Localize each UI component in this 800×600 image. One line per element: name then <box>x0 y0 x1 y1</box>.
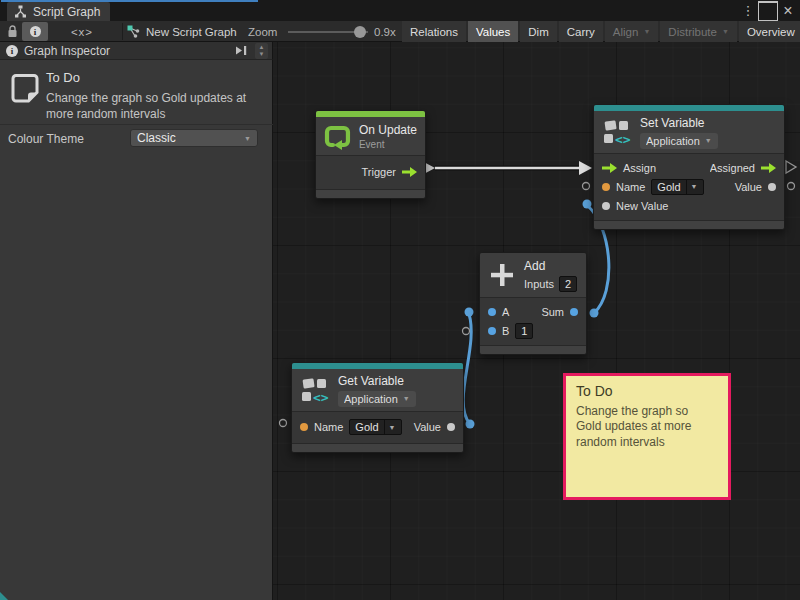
node-footer <box>594 220 784 229</box>
divider <box>0 124 273 125</box>
add-b-socket <box>463 328 470 335</box>
setvariable-assigned-socket <box>786 161 796 173</box>
graph-inspector-header[interactable]: i Graph Inspector ▲ ▼ <box>0 42 273 60</box>
sticky-note[interactable]: To Do Change the graph so Gold updates a… <box>563 373 731 500</box>
variables-icon: <> <box>300 375 330 405</box>
info-icon: i <box>30 26 41 37</box>
node-title: Get Variable <box>338 374 416 388</box>
value-port-icon[interactable] <box>447 423 455 431</box>
variable-name-value: Gold <box>355 421 378 433</box>
lock-icon[interactable] <box>4 22 20 41</box>
inputs-count-field[interactable]: 2 <box>559 276 577 292</box>
node-set-variable[interactable]: <> Set Variable Application ▼ Assign Ass… <box>593 104 785 230</box>
value-port-icon[interactable] <box>768 183 776 191</box>
node-footer <box>480 345 586 354</box>
panel-spinner[interactable]: ▲ ▼ <box>255 43 268 59</box>
script-graph-icon <box>14 5 27 18</box>
overview-button[interactable]: Overview <box>739 21 800 42</box>
colour-theme-dropdown[interactable]: Classic ▼ <box>130 129 258 147</box>
on-update-icon <box>324 123 351 150</box>
window-menu-icon[interactable]: ⋮ <box>738 1 758 21</box>
node-get-variable[interactable]: <> Get Variable Application ▼ Name Gold … <box>291 362 464 453</box>
new-value-port-label: New Value <box>616 200 668 212</box>
name-port-label: Name <box>616 181 645 193</box>
node-footer <box>292 443 463 452</box>
scope-value: Application <box>344 393 398 405</box>
getvariable-value-socket <box>466 420 475 429</box>
code-view-button[interactable]: <x> <box>66 22 98 41</box>
inputs-label: Inputs <box>524 278 554 290</box>
caret-down-icon: ▼ <box>384 420 396 434</box>
inspector-todo-title: To Do <box>46 70 80 85</box>
node-on-update[interactable]: On Update Event Trigger <box>315 110 426 199</box>
resize-grip[interactable] <box>0 592 8 600</box>
sum-port-icon[interactable] <box>570 308 578 316</box>
spinner-down-icon[interactable]: ▼ <box>259 51 265 58</box>
colour-theme-label: Colour Theme <box>8 132 84 146</box>
node-title: Set Variable <box>640 116 718 130</box>
svg-text:<>: <> <box>313 390 329 405</box>
node-footer <box>316 189 425 198</box>
spinner-up-icon[interactable]: ▲ <box>259 44 265 51</box>
values-button[interactable]: Values <box>468 21 518 42</box>
setvariable-name-socket <box>583 183 590 190</box>
add-a-socket <box>465 308 474 317</box>
graph-toolbar: i <x> New Script Graph Zoom 0.9x Relatio… <box>0 21 800 42</box>
variable-name-dropdown[interactable]: Gold ▼ <box>349 419 401 435</box>
zoom-label: Zoom <box>248 22 277 41</box>
caret-down-icon: ▼ <box>705 137 712 144</box>
zoom-value: 0.9x <box>374 22 396 41</box>
close-icon[interactable]: × <box>778 1 798 21</box>
title-bar: Script Graph ⋮ × <box>0 0 800 21</box>
caret-down-icon: ▼ <box>403 395 410 402</box>
relations-button[interactable]: Relations <box>402 21 466 42</box>
b-value-field[interactable]: 1 <box>515 323 533 339</box>
wire-gold-to-add <box>463 314 471 424</box>
node-add[interactable]: Add Inputs 2 A Sum B 1 <box>479 252 587 355</box>
svg-text:<>: <> <box>615 132 631 147</box>
align-button[interactable]: Align▼ <box>605 21 659 42</box>
maximize-icon[interactable] <box>758 1 778 21</box>
variable-name-value: Gold <box>657 181 680 193</box>
carry-button[interactable]: Carry <box>559 21 603 42</box>
node-subtitle: Event <box>359 139 417 150</box>
graph-canvas[interactable]: On Update Event Trigger <> <box>273 42 800 600</box>
new-value-port-icon[interactable] <box>602 202 610 210</box>
assign-port-label: Assign <box>623 162 656 174</box>
dock-panel-icon[interactable] <box>235 45 249 56</box>
scope-value: Application <box>646 135 700 147</box>
new-script-graph-button[interactable]: New Script Graph <box>127 22 237 41</box>
name-port-icon[interactable] <box>602 183 610 191</box>
setvariable-value-socket <box>788 183 795 190</box>
info-icon: i <box>6 45 18 57</box>
graph-inspector-title: Graph Inspector <box>24 44 229 58</box>
graph-inspector-panel: To Do Change the graph so Gold updates a… <box>0 60 273 600</box>
sticky-note-text: Change the graph so Gold updates at more… <box>576 404 716 450</box>
zoom-slider-handle[interactable] <box>354 26 366 38</box>
variables-icon: <> <box>602 117 632 147</box>
a-port-label: A <box>502 306 509 318</box>
inspector-toggle-button[interactable]: i <box>22 22 48 41</box>
name-port-icon[interactable] <box>300 423 308 431</box>
control-arrow-icon[interactable] <box>402 167 417 177</box>
control-arrow-icon[interactable] <box>602 163 617 173</box>
variable-scope-dropdown[interactable]: Application ▼ <box>640 133 718 149</box>
distribute-button[interactable]: Distribute▼ <box>660 21 737 42</box>
tab-script-graph[interactable]: Script Graph <box>7 2 110 21</box>
dim-button[interactable]: Dim <box>520 21 556 42</box>
name-port-label: Name <box>314 421 343 433</box>
node-title: Add <box>524 259 577 273</box>
caret-down-icon: ▼ <box>643 28 650 35</box>
value-port-label: Value <box>735 181 762 193</box>
caret-down-icon: ▼ <box>686 180 698 194</box>
b-port-icon[interactable] <box>488 327 496 335</box>
sticky-note-icon <box>11 73 40 105</box>
new-script-graph-label: New Script Graph <box>146 26 237 38</box>
variable-scope-dropdown[interactable]: Application ▼ <box>338 391 416 407</box>
variable-name-dropdown[interactable]: Gold ▼ <box>651 179 703 195</box>
a-port-icon[interactable] <box>488 308 496 316</box>
b-port-label: B <box>502 325 509 337</box>
trigger-port-label: Trigger <box>362 166 396 178</box>
control-arrow-icon[interactable] <box>761 163 776 173</box>
sticky-note-title: To Do <box>576 383 718 399</box>
